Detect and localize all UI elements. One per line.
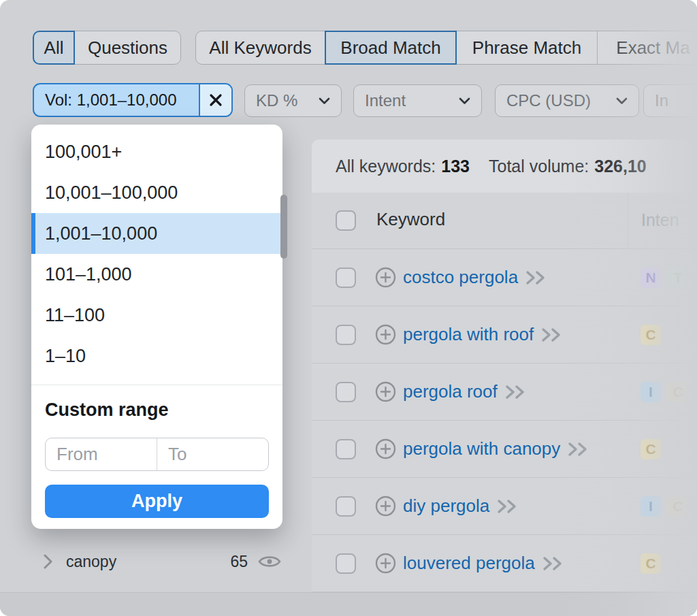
intent-badge-commercial: C — [641, 325, 661, 345]
apply-button[interactable]: Apply — [45, 485, 269, 518]
intent-badge-navigational: N — [641, 268, 661, 288]
column-header-keyword: Keyword — [376, 209, 445, 230]
custom-range-title: Custom range — [45, 400, 169, 421]
cpc-filter-label: CPC (USD) — [506, 91, 591, 110]
volume-option[interactable]: 11–100 — [31, 295, 282, 336]
all-keywords-label: All keywords: — [336, 157, 436, 176]
table-header-row: Keyword Inten — [312, 193, 697, 249]
all-keywords-count: 133 — [441, 157, 470, 176]
table-row: pergola with canopy C — [312, 421, 697, 478]
row-checkbox[interactable] — [336, 496, 356, 517]
chevron-down-icon — [459, 97, 470, 105]
intent-badge-commercial: C — [668, 382, 688, 402]
double-chevron-icon[interactable] — [567, 442, 590, 457]
tab-broad-match[interactable]: Broad Match — [325, 31, 457, 65]
chevron-down-icon — [319, 97, 330, 105]
kd-filter-chip[interactable]: KD % — [244, 84, 342, 117]
keyword-link[interactable]: diy pergola — [403, 496, 489, 517]
volume-filter-label: Vol: 1,001–10,000 — [34, 84, 199, 116]
plus-circle-icon[interactable] — [375, 496, 396, 517]
bottom-band — [0, 592, 697, 616]
volume-filter-chip[interactable]: Vol: 1,001–10,000 — [33, 83, 233, 117]
table-row: pergola roof I C — [312, 363, 697, 421]
double-chevron-icon[interactable] — [496, 499, 519, 514]
sidebar-scrollbar-thumb[interactable] — [280, 195, 287, 259]
intent-badge-transactional: T — [668, 268, 688, 288]
intent-badge-commercial: C — [668, 496, 688, 517]
intent-badge-commercial: C — [641, 439, 661, 459]
custom-range-to-input[interactable] — [157, 438, 268, 470]
table-summary-band: All keywords: 133 Total volume: 326,10 — [312, 140, 693, 193]
volume-filter-clear-button[interactable] — [199, 84, 231, 116]
keyword-link[interactable]: pergola with canopy — [403, 438, 560, 459]
custom-range-inputs — [45, 438, 269, 471]
plus-circle-icon[interactable] — [375, 267, 396, 288]
volume-option[interactable]: 100,001+ — [31, 131, 282, 172]
chevron-right-icon — [44, 554, 52, 569]
keyword-link[interactable]: costco pergola — [403, 267, 518, 288]
scope-tabs: All Questions — [33, 31, 181, 65]
double-chevron-icon[interactable] — [542, 556, 565, 571]
keyword-link[interactable]: louvered pergola — [403, 553, 535, 574]
volume-option[interactable]: 101–1,000 — [31, 254, 282, 295]
intent-badge-commercial: C — [641, 553, 661, 574]
row-checkbox[interactable] — [336, 268, 356, 288]
intent-filter-chip[interactable]: Intent — [353, 84, 482, 117]
row-checkbox[interactable] — [336, 382, 356, 402]
table-row: diy pergola I C — [312, 478, 697, 535]
table-row: costco pergola N T — [312, 249, 697, 306]
volume-option[interactable]: 10,001–100,000 — [31, 172, 282, 213]
intent-filter-label: Intent — [365, 91, 406, 110]
intent-badge-informational: I — [641, 496, 661, 517]
double-chevron-icon[interactable] — [525, 270, 548, 285]
table-row: louvered pergola C — [312, 535, 697, 592]
chevron-down-icon — [616, 97, 628, 105]
tab-phrase-match[interactable]: Phrase Match — [456, 31, 598, 65]
double-chevron-icon[interactable] — [504, 385, 528, 400]
tab-all-keywords[interactable]: All Keywords — [195, 31, 325, 65]
tab-exact-match[interactable]: Exact Ma — [597, 31, 697, 65]
keyword-magic-tool-screen: All Questions All Keywords Broad Match P… — [0, 0, 697, 616]
total-volume-label: Total volume: — [489, 157, 589, 176]
eye-icon[interactable] — [257, 553, 282, 570]
column-header-intent: Inten — [641, 210, 679, 230]
tab-all[interactable]: All — [33, 31, 75, 65]
total-volume-value: 326,10 — [594, 157, 646, 176]
volume-option[interactable]: 1–10 — [31, 336, 282, 376]
plus-circle-icon[interactable] — [375, 324, 396, 345]
row-checkbox[interactable] — [336, 439, 356, 459]
plus-circle-icon[interactable] — [375, 381, 396, 402]
volume-dropdown-panel: 100,001+ 10,001–100,000 1,001–10,000 101… — [31, 125, 282, 529]
include-filter-chip[interactable]: In — [643, 84, 697, 117]
plus-circle-icon[interactable] — [375, 438, 396, 459]
group-count: 65 — [230, 553, 248, 571]
keyword-link[interactable]: pergola roof — [403, 381, 498, 402]
row-checkbox[interactable] — [336, 325, 356, 345]
include-filter-label: In — [655, 91, 668, 110]
row-checkbox[interactable] — [336, 553, 356, 574]
group-label: canopy — [66, 553, 116, 571]
intent-badge-informational: I — [641, 382, 661, 402]
dropdown-divider — [31, 385, 282, 385]
volume-option-selected[interactable]: 1,001–10,000 — [31, 213, 282, 254]
match-type-tabs: All Keywords Broad Match Phrase Match Ex… — [195, 31, 697, 65]
sidebar-group-canopy[interactable]: canopy 65 — [44, 545, 282, 579]
keyword-link[interactable]: pergola with roof — [403, 324, 534, 345]
close-icon — [208, 93, 223, 108]
table-row: pergola with roof C — [312, 306, 697, 363]
plus-circle-icon[interactable] — [375, 553, 396, 574]
custom-range-from-input[interactable] — [46, 438, 157, 470]
tab-questions[interactable]: Questions — [74, 31, 181, 65]
cpc-filter-chip[interactable]: CPC (USD) — [495, 84, 639, 117]
double-chevron-icon[interactable] — [540, 327, 564, 342]
kd-filter-label: KD % — [256, 91, 297, 110]
select-all-checkbox[interactable] — [336, 210, 356, 231]
